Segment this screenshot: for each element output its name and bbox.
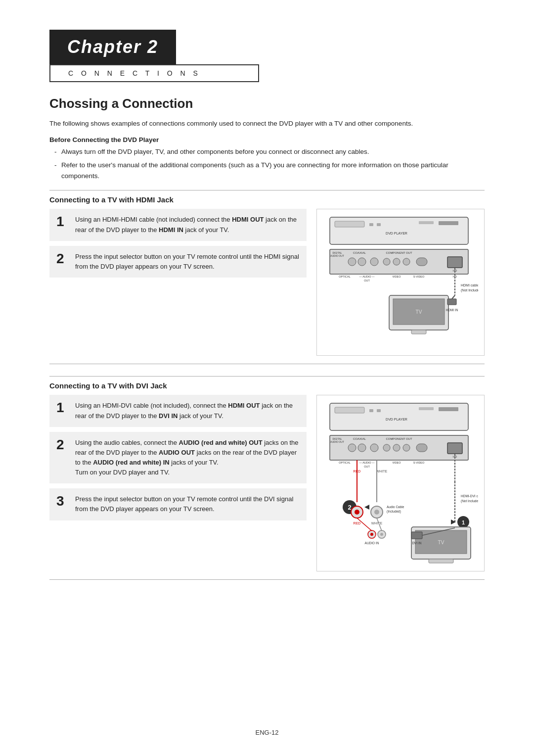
dvi-diagram: DVD PLAYER COAXIAL COMPONENT OUT DIGITAL…: [316, 395, 485, 571]
svg-rect-2: [369, 223, 373, 226]
svg-text:OPTICAL: OPTICAL: [339, 275, 351, 278]
chapter-title: Chapter 2: [49, 30, 176, 64]
svg-text:OPTICAL: OPTICAL: [339, 461, 351, 464]
svg-text:HDMI-DVI cable: HDMI-DVI cable: [461, 494, 478, 498]
svg-text:S-VIDEO: S-VIDEO: [413, 461, 425, 464]
svg-rect-55: [416, 444, 427, 452]
chapter-header: Chapter 2 C O N N E C T I O N S: [49, 30, 485, 82]
hdmi-diagram-box: DVD PLAYER COAXIAL COMPONENT OUT DIGITAL…: [316, 209, 485, 356]
dvi-step-2-number: 2: [56, 438, 68, 452]
svg-rect-3: [377, 223, 381, 226]
dvi-steps: 1 Using an HDMI-DVI cable (not included)…: [49, 395, 307, 525]
dvi-step-2: 2 Using the audio cables, connect the AU…: [49, 432, 307, 484]
hdmi-content: 1 Using an HDMI-HDMI cable (not included…: [49, 209, 485, 356]
section-title: Chossing a Connection: [49, 96, 485, 111]
svg-rect-42: [439, 407, 458, 411]
svg-point-52: [383, 444, 390, 451]
svg-text:S-VIDEO: S-VIDEO: [413, 275, 425, 278]
dvi-step-3: 3 Press the input selector button on you…: [49, 488, 307, 520]
hdmi-steps: 1 Using an HDMI-HDMI cable (not included…: [49, 209, 307, 283]
svg-text:TV: TV: [416, 309, 422, 315]
svg-rect-1: [335, 221, 364, 227]
svg-text:WHITE: WHITE: [376, 470, 388, 473]
dvi-step-3-number: 3: [56, 494, 68, 508]
hdmi-step-2: 2 Press the input selector button on you…: [49, 246, 307, 278]
svg-rect-5: [439, 221, 458, 225]
svg-text:OUT: OUT: [364, 465, 370, 468]
dvi-heading: Connecting to a TV with DVI Jack: [49, 376, 485, 390]
chapter-subtitle: C O N N E C T I O N S: [49, 64, 259, 82]
svg-text:RED: RED: [354, 521, 361, 525]
svg-point-51: [370, 444, 378, 452]
svg-point-74: [374, 510, 379, 515]
svg-point-17: [403, 258, 410, 265]
svg-point-54: [403, 444, 410, 451]
hdmi-diagram-svg: DVD PLAYER COAXIAL COMPONENT OUT DIGITAL…: [320, 212, 478, 351]
hdmi-step-1-text: Using an HDMI-HDMI cable (not included) …: [75, 215, 300, 235]
svg-point-50: [358, 444, 366, 452]
svg-text:VIDEO: VIDEO: [392, 275, 401, 278]
dvi-step-3-text: Press the input selector button on your …: [75, 494, 300, 514]
before-connecting: Before Connecting the DVD Player Always …: [49, 136, 485, 182]
svg-text:COMPONENT OUT: COMPONENT OUT: [386, 251, 412, 254]
bullet-2: Refer to the user's manual of the additi…: [49, 160, 485, 181]
svg-text:VIDEO: VIDEO: [392, 461, 401, 464]
svg-rect-4: [419, 221, 434, 224]
svg-text:DVD PLAYER: DVD PLAYER: [386, 418, 407, 421]
svg-marker-70: [364, 505, 369, 510]
svg-text:(Included): (Included): [387, 510, 401, 514]
svg-rect-40: [377, 409, 381, 412]
svg-point-72: [355, 510, 359, 515]
svg-line-36: [452, 295, 455, 299]
svg-rect-88: [429, 559, 453, 563]
svg-point-91: [370, 533, 373, 536]
svg-point-14: [370, 258, 378, 266]
dvi-step-1: 1 Using an HDMI-DVI cable (not included)…: [49, 395, 307, 426]
dvi-diagram-box: DVD PLAYER COAXIAL COMPONENT OUT DIGITAL…: [316, 395, 485, 571]
svg-text:DVD PLAYER: DVD PLAYER: [386, 232, 407, 235]
svg-text:AUDIO OUT: AUDIO OUT: [330, 440, 344, 443]
svg-text:TV: TV: [438, 540, 445, 545]
svg-text:COMPONENT OUT: COMPONENT OUT: [386, 437, 412, 440]
svg-text:WHITE: WHITE: [371, 521, 383, 525]
dvi-step-1-number: 1: [56, 401, 68, 415]
hdmi-heading: Connecting to a TV with HDMI Jack: [49, 190, 485, 204]
dvi-diagram-svg: DVD PLAYER COAXIAL COMPONENT OUT DIGITAL…: [320, 398, 478, 567]
page-footer: ENG-12: [0, 729, 534, 736]
svg-point-15: [383, 258, 390, 265]
dvi-step-1-text: Using an HDMI-DVI cable (not included), …: [75, 401, 300, 421]
svg-rect-39: [369, 409, 373, 412]
svg-rect-18: [416, 258, 427, 266]
svg-rect-33: [411, 330, 426, 334]
svg-text:DVI IN: DVI IN: [412, 541, 421, 545]
bullet-1: Always turn off the DVD player, TV, and …: [49, 146, 485, 157]
dvi-step-2-text: Using the audio cables, connect the AUDI…: [75, 438, 300, 478]
svg-text:OUT: OUT: [364, 279, 370, 282]
svg-rect-34: [447, 299, 456, 305]
svg-rect-19: [447, 257, 462, 268]
hdmi-diagram: DVD PLAYER COAXIAL COMPONENT OUT DIGITAL…: [316, 209, 485, 356]
svg-point-12: [348, 258, 356, 266]
svg-text:2: 2: [348, 504, 351, 511]
dvi-section: Connecting to a TV with DVI Jack 1 Using…: [49, 376, 485, 580]
dvi-content: 1 Using an HDMI-DVI cable (not included)…: [49, 395, 485, 571]
svg-point-93: [380, 533, 383, 536]
svg-text:(Not Included): (Not Included): [461, 499, 478, 503]
svg-rect-89: [411, 532, 422, 539]
page: Chapter 2 C O N N E C T I O N S Chossing…: [0, 0, 534, 756]
intro-text: The following shows examples of connecti…: [49, 118, 485, 129]
hdmi-step-1-number: 1: [56, 215, 68, 229]
svg-point-13: [358, 258, 366, 266]
svg-rect-56: [447, 443, 462, 454]
svg-text:— AUDIO —: — AUDIO —: [359, 275, 375, 278]
svg-text:HDMI IN: HDMI IN: [446, 308, 458, 312]
svg-text:AUDIO OUT: AUDIO OUT: [330, 254, 344, 257]
svg-text:1: 1: [462, 520, 465, 525]
hdmi-section: Connecting to a TV with HDMI Jack 1 Usin…: [49, 190, 485, 364]
svg-text:— AUDIO —: — AUDIO —: [359, 461, 375, 464]
svg-text:COAXIAL: COAXIAL: [353, 437, 366, 440]
page-number: ENG-12: [256, 729, 279, 736]
svg-rect-38: [335, 407, 364, 413]
svg-point-16: [393, 258, 400, 265]
svg-point-49: [348, 444, 356, 452]
